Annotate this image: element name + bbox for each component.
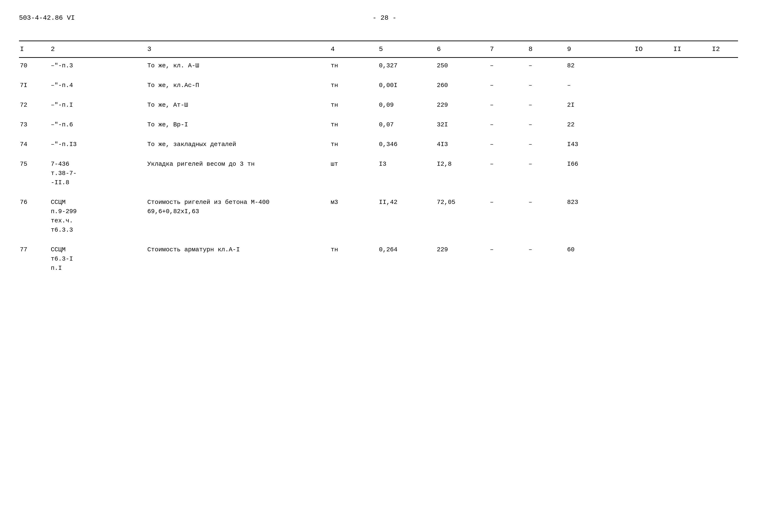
cell-5-2: Укладка ригелей весом до 3 тн <box>144 156 328 191</box>
cell-6-8: 823 <box>564 194 632 238</box>
cell-4-4: 0,346 <box>376 137 434 153</box>
cell-1-8: – <box>564 77 632 94</box>
cell-3-0: 73 <box>19 117 48 133</box>
cell-3-3: тн <box>328 117 376 133</box>
spacer-row <box>19 113 738 117</box>
cell-3-10 <box>670 117 709 133</box>
cell-2-0: 72 <box>19 97 48 113</box>
cell-0-7: – <box>526 58 564 74</box>
spacer-row <box>19 74 738 77</box>
cell-1-0: 7I <box>19 77 48 94</box>
cell-3-8: 22 <box>564 117 632 133</box>
col-header-6: 6 <box>434 41 487 58</box>
cell-7-10 <box>670 242 709 276</box>
cell-0-4: 0,327 <box>376 58 434 74</box>
table-row: 77ССЦМт6.3-Iп.IСтоимость арматурн кл.А-I… <box>19 242 738 276</box>
cell-2-4: 0,09 <box>376 97 434 113</box>
cell-6-3: м3 <box>328 194 376 238</box>
spacer-row <box>19 94 738 97</box>
cell-7-7: – <box>526 242 564 276</box>
cell-3-2: То же, Вр-I <box>144 117 328 133</box>
cell-6-5: 72,05 <box>434 194 487 238</box>
cell-5-11 <box>709 156 738 191</box>
header-center: - 28 - <box>75 14 694 21</box>
table-row: 73–"-п.6То же, Вр-Iтн0,0732I––22 <box>19 117 738 133</box>
cell-7-0: 77 <box>19 242 48 276</box>
cell-1-9 <box>632 77 671 94</box>
cell-0-2: То же, кл. А-Ш <box>144 58 328 74</box>
cell-0-0: 70 <box>19 58 48 74</box>
cell-6-2: Стоимость ригелей из бетона М-40069,6+0,… <box>144 194 328 238</box>
cell-0-8: 82 <box>564 58 632 74</box>
cell-5-1: 7-436т.38-7--II.8 <box>48 156 144 191</box>
cell-5-0: 75 <box>19 156 48 191</box>
cell-6-11 <box>709 194 738 238</box>
cell-5-7: – <box>526 156 564 191</box>
cell-3-4: 0,07 <box>376 117 434 133</box>
cell-2-11 <box>709 97 738 113</box>
cell-7-6: – <box>487 242 526 276</box>
cell-7-11 <box>709 242 738 276</box>
cell-4-5: 4I3 <box>434 137 487 153</box>
spacer-row <box>19 238 738 242</box>
cell-2-9 <box>632 97 671 113</box>
cell-4-1: –"-п.I3 <box>48 137 144 153</box>
col-header-8: 8 <box>526 41 564 58</box>
cell-2-7: – <box>526 97 564 113</box>
cell-1-5: 260 <box>434 77 487 94</box>
col-header-3: 3 <box>144 41 328 58</box>
table-row: 757-436т.38-7--II.8Укладка ригелей весом… <box>19 156 738 191</box>
cell-5-9 <box>632 156 671 191</box>
cell-2-3: тн <box>328 97 376 113</box>
cell-7-5: 229 <box>434 242 487 276</box>
spacer-row <box>19 191 738 194</box>
cell-7-4: 0,264 <box>376 242 434 276</box>
table-header-row: I 2 3 4 5 6 7 8 9 IO II I2 <box>19 41 738 58</box>
cell-7-9 <box>632 242 671 276</box>
cell-0-10 <box>670 58 709 74</box>
table-row: 74–"-п.I3То же, закладных деталейтн0,346… <box>19 137 738 153</box>
cell-1-7: – <box>526 77 564 94</box>
cell-1-6: – <box>487 77 526 94</box>
cell-3-9 <box>632 117 671 133</box>
col-header-12: I2 <box>709 41 738 58</box>
cell-6-7: – <box>526 194 564 238</box>
main-table-container: I 2 3 4 5 6 7 8 9 IO II I2 70–"-п.3То же… <box>19 41 738 276</box>
cell-3-5: 32I <box>434 117 487 133</box>
cell-3-6: – <box>487 117 526 133</box>
cell-6-1: ССЦМп.9-299тех.ч.т6.3.3 <box>48 194 144 238</box>
cell-4-10 <box>670 137 709 153</box>
cell-5-4: I3 <box>376 156 434 191</box>
cell-4-8: I43 <box>564 137 632 153</box>
table-row: 7I–"-п.4То же, кл.Ас-Птн0,00I260––– <box>19 77 738 94</box>
cell-4-2: То же, закладных деталей <box>144 137 328 153</box>
cell-3-11 <box>709 117 738 133</box>
cell-2-5: 229 <box>434 97 487 113</box>
cell-1-1: –"-п.4 <box>48 77 144 94</box>
cell-4-6: – <box>487 137 526 153</box>
main-table: I 2 3 4 5 6 7 8 9 IO II I2 70–"-п.3То же… <box>19 41 738 276</box>
cell-7-8: 60 <box>564 242 632 276</box>
cell-0-1: –"-п.3 <box>48 58 144 74</box>
col-header-9: 9 <box>564 41 632 58</box>
cell-6-9 <box>632 194 671 238</box>
cell-6-6: – <box>487 194 526 238</box>
col-header-7: 7 <box>487 41 526 58</box>
cell-5-8: I66 <box>564 156 632 191</box>
cell-4-9 <box>632 137 671 153</box>
cell-2-8: 2I <box>564 97 632 113</box>
cell-0-11 <box>709 58 738 74</box>
spacer-row <box>19 133 738 137</box>
cell-0-3: тн <box>328 58 376 74</box>
spacer-row <box>19 153 738 156</box>
cell-1-2: То же, кл.Ас-П <box>144 77 328 94</box>
cell-5-5: I2,8 <box>434 156 487 191</box>
col-header-11: II <box>670 41 709 58</box>
header-left: 503-4-42.86 VI <box>19 14 75 21</box>
cell-4-11 <box>709 137 738 153</box>
cell-2-2: То же, Ат-Ш <box>144 97 328 113</box>
table-row: 70–"-п.3То же, кл. А-Штн0,327250––82 <box>19 58 738 74</box>
cell-4-0: 74 <box>19 137 48 153</box>
cell-5-6: – <box>487 156 526 191</box>
col-header-10: IO <box>632 41 671 58</box>
